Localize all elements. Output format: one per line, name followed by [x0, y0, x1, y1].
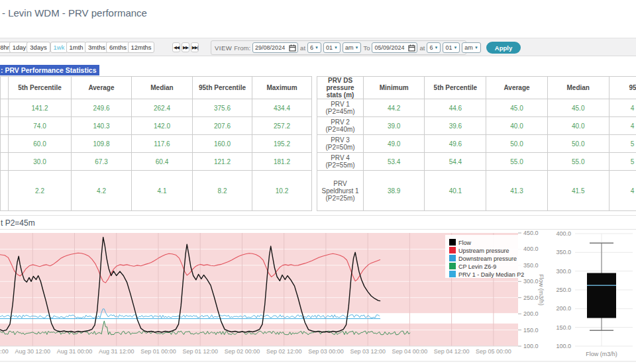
- prv-ds-pressure-table: PRV DS pressure stats (m)Minimum5th Perc…: [317, 76, 636, 211]
- stat-value: 117.6: [132, 135, 193, 153]
- to-date-input[interactable]: [374, 44, 407, 51]
- legend-swatch-cp-levin-z6-9[interactable]: [449, 263, 456, 269]
- calendar-icon[interactable]: [289, 44, 296, 52]
- stat-value: 181.2: [252, 153, 312, 171]
- divider: [0, 229, 636, 230]
- table-row: 2.24.24.18.210.2: [1, 171, 312, 211]
- stat-value: 121.2: [193, 153, 252, 171]
- stat-value: 60.0: [9, 135, 72, 153]
- table-row: PRV Speldhurst 1 (P2=25m)38.940.141.341.…: [317, 171, 636, 211]
- x-axis-tick-label: Sep 01 12:00: [182, 348, 218, 355]
- to-hour-select[interactable]: 6▼: [427, 42, 441, 53]
- boxplot-tick-label: 100.0: [556, 343, 571, 349]
- boxplot-tick-label: 150.0: [556, 324, 571, 331]
- stat-value: 39.6: [425, 117, 486, 135]
- stat-value: 40.0: [547, 117, 609, 135]
- to-minute-select[interactable]: 01▼: [443, 42, 460, 53]
- x-axis-tick-label: Aug 30 00:00: [0, 348, 9, 355]
- x-axis-tick-label: Sep 02 12:00: [266, 348, 302, 355]
- apply-button[interactable]: Apply: [486, 42, 521, 54]
- stat-value: 257.2: [252, 117, 312, 135]
- stat-value: 50.0: [547, 135, 609, 153]
- y-axis-tick-label: 350.0: [523, 262, 539, 269]
- view-controls: VIEW From: at 6▼ 01▼ am▼ To at 6▼ 01▼ am…: [211, 40, 466, 55]
- step-forward-button[interactable]: ▶▶: [182, 42, 189, 52]
- stat-value: 67.3: [72, 153, 132, 171]
- stat-value: 39.0: [364, 117, 425, 135]
- stat-value: 44.2: [364, 99, 425, 117]
- from-minute-select[interactable]: 01▼: [323, 42, 341, 53]
- stat-value: 40.0: [486, 117, 547, 135]
- x-axis-tick-label: Sep 05 00:00: [476, 348, 511, 355]
- x-axis-tick-label: Sep 02 00:00: [225, 348, 260, 355]
- legend-swatch-upstream-pressure[interactable]: [449, 247, 456, 253]
- legend-item-flow[interactable]: Flow: [458, 240, 472, 246]
- boxplot-box: [587, 273, 616, 318]
- calendar-icon[interactable]: [408, 44, 415, 52]
- range-button-1wk[interactable]: 1wk: [50, 42, 68, 53]
- stat-value: 55.0: [547, 153, 609, 171]
- chart-section-title: t P2=45m: [1, 218, 35, 228]
- table-row: PRV 3 (P2=50m)49.049.650.050.05: [317, 135, 636, 153]
- column-header: 5th Percentile: [9, 77, 72, 99]
- from-label: From:: [234, 44, 250, 52]
- from-date-box: [252, 42, 298, 53]
- chevron-down-icon: ▼: [474, 46, 478, 50]
- y-axis-tick-label: 250.0: [523, 295, 539, 301]
- stat-value: 41.3: [486, 171, 547, 211]
- table-row: PRV 2 (P2=40m)39.039.640.040.04: [317, 117, 636, 135]
- x-axis-tick-label: Aug 31 00:00: [57, 348, 93, 355]
- stat-value: 49.0: [364, 135, 425, 153]
- boxplot-x-label: Flow (m3/h): [586, 351, 617, 357]
- column-header: Minimum: [364, 77, 425, 99]
- legend-swatch-flow[interactable]: [449, 239, 456, 246]
- table-row: 30.067.360.4121.2181.2: [1, 153, 312, 171]
- boxplot-tick-label: 250.0: [556, 287, 571, 293]
- table-row: PRV 1 (P2=45m)44.244.645.045.04: [317, 99, 636, 117]
- range-button-1mth[interactable]: 1mth: [66, 42, 86, 53]
- stat-value: 207.6: [193, 117, 252, 135]
- skip-to-end-button[interactable]: ▶▶|: [191, 42, 199, 52]
- flow-statistics-table: 5th PercentileAverageMedian95th Percenti…: [0, 76, 312, 211]
- stat-value: 60.4: [132, 153, 193, 171]
- table-row: PRV 4 (P2=55m)53.454.455.055.05: [317, 153, 636, 171]
- legend-swatch-prv-1-daily-median-p2[interactable]: [449, 271, 456, 277]
- legend-item-prv-1-daily-median-p2[interactable]: PRV 1 - Daily Median P2: [458, 271, 524, 278]
- page-title: - Levin WDM - PRV performance: [2, 7, 147, 19]
- legend-item-cp-levin-z6-9[interactable]: CP Levin Z6-9: [458, 263, 496, 270]
- column-header: 95th Percentile: [193, 77, 252, 99]
- legend-item-downstream-pressure[interactable]: Downstream pressure: [458, 255, 517, 262]
- legend-item-upstream-pressure[interactable]: Upstream pressure: [458, 248, 509, 254]
- range-button-3mths[interactable]: 3mths: [85, 42, 109, 53]
- stat-value: 142.0: [132, 117, 193, 135]
- stat-value: 2.2: [9, 171, 72, 211]
- stat-value: 49.6: [425, 135, 486, 153]
- x-axis-tick-label: Sep 04 12:00: [434, 348, 470, 355]
- from-hour-select[interactable]: 6▼: [307, 42, 321, 53]
- boxplot-tick-label: 400.0: [556, 230, 571, 237]
- y-axis-tick-label: 400.0: [523, 246, 539, 252]
- step-back-button[interactable]: ◀◀: [172, 42, 180, 52]
- legend-swatch-downstream-pressure[interactable]: [449, 255, 456, 261]
- stat-value: 54.4: [425, 153, 486, 171]
- column-header: 95th P: [609, 77, 636, 99]
- range-button-6mths[interactable]: 6mths: [106, 42, 130, 53]
- toolbar: 8hr1day3days1wk1mth3mths6mths12mths ◀◀▶▶…: [0, 38, 636, 56]
- y-axis-tick-label: 300.0: [523, 278, 539, 285]
- prv-row-label: PRV 3 (P2=50m): [317, 135, 364, 153]
- stat-value: 434.4: [252, 99, 312, 117]
- from-date-input[interactable]: [254, 44, 288, 51]
- stat-value: 41.5: [547, 171, 609, 211]
- stat-value: 40.1: [425, 171, 486, 211]
- y-axis-tick-label: 450.0: [523, 230, 539, 236]
- to-ampm-select[interactable]: am▼: [462, 42, 480, 53]
- chevron-down-icon: ▼: [453, 46, 457, 50]
- range-button-12mths[interactable]: 12mths: [128, 42, 154, 53]
- stat-value: 30.0: [9, 153, 72, 171]
- stat-value: 195.2: [252, 135, 312, 153]
- divider: [0, 215, 636, 216]
- from-ampm-select[interactable]: am▼: [343, 42, 361, 53]
- stat-value: 4: [609, 99, 636, 117]
- stat-value: 4: [609, 171, 636, 211]
- range-button-3days[interactable]: 3days: [26, 42, 50, 53]
